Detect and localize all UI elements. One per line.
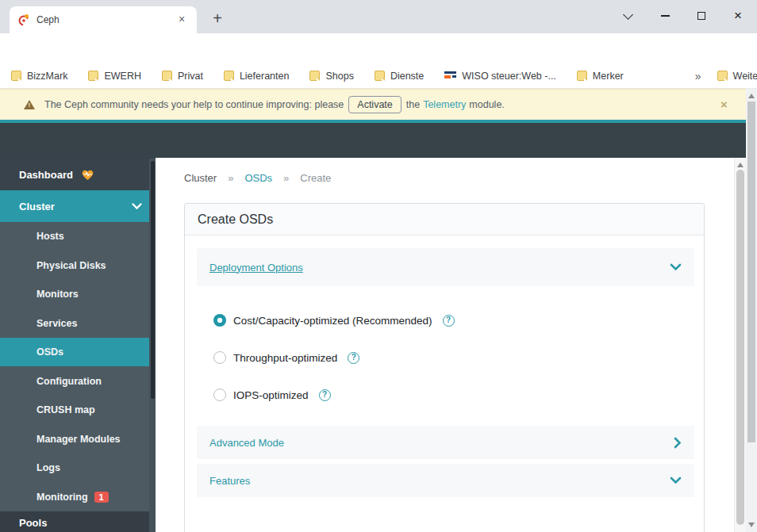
deployment-options-accordion[interactable]: Deployment Options <box>197 248 694 286</box>
sidebar-item-monitoring[interactable]: Monitoring 1 <box>0 483 156 511</box>
sidebar-item-pools[interactable]: Pools <box>0 511 156 532</box>
radio-cost-capacity[interactable]: Cost/Capacity-optimized (Recommended) ? <box>213 314 455 327</box>
sidebar-item-manager-modules[interactable]: Manager Modules <box>0 425 156 454</box>
sidebar-scrollbar-thumb[interactable] <box>151 161 155 399</box>
browser-tab[interactable]: Ceph × <box>10 6 197 33</box>
advanced-mode-label[interactable]: Advanced Mode <box>209 437 284 449</box>
telemetry-link[interactable]: Telemetry <box>423 99 466 110</box>
scroll-up-arrow[interactable] <box>748 94 755 98</box>
sidebar-item-crush-map[interactable]: CRUSH map <box>0 396 156 424</box>
bookmark-item-wiso[interactable]: WISO steuer:Web -... <box>444 71 556 82</box>
page-scrollbar-thumb[interactable] <box>747 101 755 442</box>
tab-title: Ceph <box>37 14 175 25</box>
ceph-header: ceph English ? <box>0 123 746 159</box>
advanced-mode-accordion[interactable]: Advanced Mode <box>197 426 694 459</box>
radio-unselected-icon[interactable] <box>213 351 226 364</box>
sidebar-item-dashboard[interactable]: Dashboard <box>0 159 156 190</box>
bookmark-note-icon <box>309 71 320 81</box>
bookmark-item[interactable]: Merker <box>577 71 624 82</box>
bookmark-item[interactable]: BizzMark <box>11 71 67 82</box>
chevron-down-icon <box>670 263 682 271</box>
radio-selected-icon[interactable] <box>213 314 226 327</box>
bookmark-note-icon <box>375 71 385 81</box>
banner-text: the <box>406 99 420 110</box>
monitoring-badge: 1 <box>94 492 109 503</box>
features-label[interactable]: Features <box>209 475 250 487</box>
main-content: Cluster » OSDs » Create Create OSDs Depl… <box>156 158 746 532</box>
sidebar-item-hosts[interactable]: Hosts <box>0 222 156 251</box>
bookmark-note-icon <box>88 71 98 81</box>
window-minimize-button[interactable] <box>647 0 683 32</box>
sidebar-item-cluster[interactable]: Cluster <box>0 190 156 222</box>
bookmark-note-icon <box>11 71 21 81</box>
health-heart-icon <box>81 169 94 181</box>
tab-close-icon[interactable]: × <box>175 13 189 27</box>
window-maximize-button[interactable] <box>683 0 720 32</box>
chevron-right-icon <box>674 437 682 449</box>
other-bookmarks-folder[interactable]: Weitere Lesezeichen <box>717 71 757 82</box>
sidebar-item-configuration[interactable]: Configuration <box>0 367 156 396</box>
bookmark-item[interactable]: Lieferanten <box>224 71 290 82</box>
sidebar-item-physical-disks[interactable]: Physical Disks <box>0 251 156 280</box>
chevron-down-icon <box>132 203 142 210</box>
bookmark-note-icon <box>162 71 172 81</box>
browser-titlebar: Ceph × + × <box>0 0 757 33</box>
tab-search-icon[interactable] <box>609 0 646 32</box>
features-accordion[interactable]: Features <box>197 464 694 497</box>
content-scrollbar-thumb[interactable] <box>736 170 744 525</box>
bookmark-item[interactable]: Privat <box>162 71 203 82</box>
card-title: Create OSDs <box>185 204 704 235</box>
create-osds-card: Create OSDs Deployment Options Cost/Capa… <box>184 203 705 532</box>
breadcrumb-create: Create <box>300 172 331 184</box>
bookmarks-bar: BizzMark EWERH Privat Lieferanten Shops … <box>0 63 757 89</box>
banner-text: module. <box>469 99 504 110</box>
sidebar-item-monitors[interactable]: Monitors <box>0 280 156 308</box>
sidebar-nav: Dashboard Cluster Hosts Physical Disks M… <box>0 159 156 532</box>
activate-button[interactable]: Activate <box>348 96 401 113</box>
sidebar-item-osds[interactable]: OSDs <box>0 338 156 366</box>
sidebar-item-services[interactable]: Services <box>0 309 156 338</box>
help-circle-icon[interactable]: ? <box>319 389 331 401</box>
radio-throughput[interactable]: Throughput-optimized ? <box>213 351 359 364</box>
bookmark-note-icon <box>717 71 728 81</box>
radio-unselected-icon[interactable] <box>213 388 226 401</box>
breadcrumb-cluster: Cluster <box>184 172 217 184</box>
help-circle-icon[interactable]: ? <box>348 352 359 364</box>
sidebar-item-logs[interactable]: Logs <box>0 454 156 482</box>
ceph-favicon <box>17 13 30 26</box>
warning-triangle-icon <box>24 100 35 109</box>
bookmark-item[interactable]: EWERH <box>88 71 141 82</box>
chevron-down-icon <box>670 477 682 484</box>
breadcrumb-osds-link[interactable]: OSDs <box>244 172 272 184</box>
bookmark-item[interactable]: Shops <box>309 71 353 82</box>
wiso-icon <box>444 71 456 81</box>
banner-text: The Ceph community needs your help to co… <box>44 99 344 110</box>
banner-close-icon[interactable]: × <box>720 98 728 111</box>
bookmark-note-icon <box>224 71 234 81</box>
telemetry-banner: The Ceph community needs your help to co… <box>0 89 746 120</box>
bookmark-note-icon <box>577 71 587 81</box>
new-tab-button[interactable]: + <box>206 8 229 30</box>
radio-iops[interactable]: IOPS-optimized ? <box>213 388 331 401</box>
breadcrumb: Cluster » OSDs » Create <box>184 172 331 184</box>
scroll-down-arrow[interactable] <box>748 522 755 527</box>
browser-toolbar: ← → ⌂ Nicht sicher https ://ceph-erbw12-… <box>0 33 757 63</box>
help-circle-icon[interactable]: ? <box>443 315 455 327</box>
deployment-options-link[interactable]: Deployment Options <box>209 262 303 274</box>
bookmarks-overflow-chevron[interactable]: » <box>695 70 701 82</box>
bookmark-item[interactable]: Dienste <box>375 71 424 82</box>
window-close-button[interactable]: × <box>720 0 756 32</box>
